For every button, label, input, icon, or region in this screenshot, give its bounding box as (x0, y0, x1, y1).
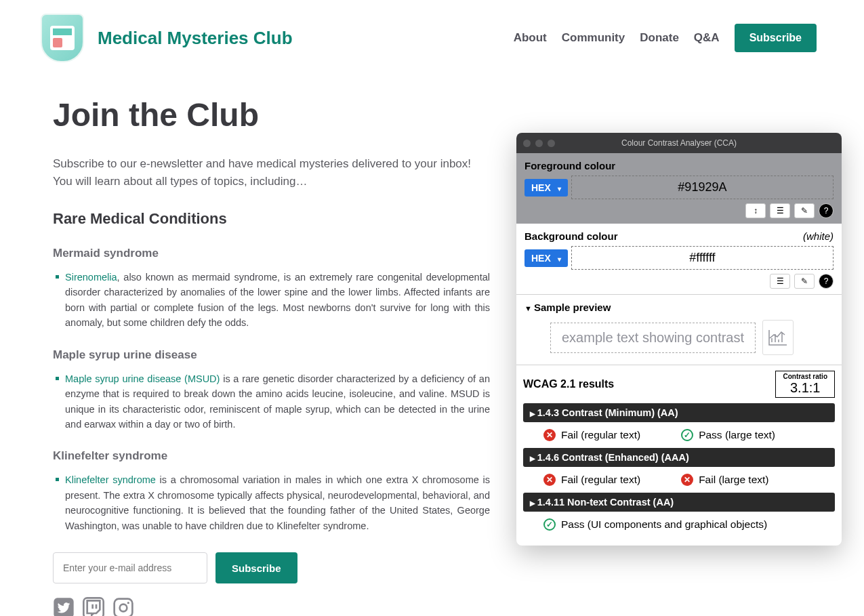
nav: About Community Donate Q&A Subscribe (514, 24, 817, 52)
results-section: WCAG 2.1 results Contrast ratio 3.1:1 1.… (516, 365, 842, 546)
cca-window-title: Colour Contrast Analyser (CCA) (516, 138, 842, 148)
foreground-section: Foreground colour HEX ↕ ☰ ✎ ? (516, 153, 842, 224)
eyedropper-icon[interactable]: ✎ (794, 274, 815, 289)
nav-donate[interactable]: Donate (640, 31, 679, 45)
result-text: Fail (regular text) (561, 474, 640, 486)
brand-name: Medical Mysteries Club (98, 28, 293, 49)
sliders-icon[interactable]: ☰ (770, 274, 790, 289)
twitter-icon[interactable] (53, 597, 75, 616)
preview-label[interactable]: Sample preview (524, 302, 834, 313)
condition-link[interactable]: Klinefelter syndrome (65, 474, 156, 485)
result-bar[interactable]: 1.4.6 Contrast (Enhanced) (AAA) (523, 448, 835, 467)
condition-link[interactable]: Maple syrup urine disease (MSUD) (65, 373, 220, 384)
brand: Medical Mysteries Club (41, 14, 293, 62)
result-text: Fail (regular text) (561, 429, 640, 441)
list-item: Sirenomelia, also known as mermaid syndr… (53, 270, 490, 331)
pass-icon: ✓ (681, 429, 693, 441)
swap-button[interactable]: ↕ (745, 203, 766, 218)
bg-color-input[interactable] (571, 246, 834, 270)
results-title: WCAG 2.1 results (523, 378, 614, 390)
header: Medical Mysteries Club About Community D… (0, 0, 864, 69)
nav-subscribe-button[interactable]: Subscribe (735, 24, 817, 52)
result-row: ✓Pass (UI components and graphical objec… (523, 516, 835, 537)
background-section: Background colour (white) HEX ☰ ✎ ? (516, 224, 842, 295)
help-icon[interactable]: ? (819, 274, 834, 289)
result-text: Fail (large text) (699, 474, 768, 486)
result-text: Pass (large text) (699, 429, 775, 441)
fg-color-input[interactable] (571, 176, 834, 199)
eyedropper-icon[interactable]: ✎ (794, 203, 815, 218)
foreground-label: Foreground colour (524, 160, 834, 171)
result-bar[interactable]: 1.4.3 Contrast (Minimum) (AA) (523, 403, 835, 422)
social-icons (53, 597, 495, 616)
condition-body: , also known as mermaid syndrome, is an … (65, 272, 490, 328)
background-label: Background colour (524, 230, 618, 242)
result-text: Pass (UI components and graphical object… (561, 518, 767, 531)
condition-list: Maple syrup urine disease (MSUD) is a ra… (53, 371, 495, 432)
condition-heading: Maple syrup urine disease (53, 348, 495, 362)
list-item: Maple syrup urine disease (MSUD) is a ra… (53, 371, 490, 432)
contrast-ratio-box: Contrast ratio 3.1:1 (775, 371, 835, 398)
pass-icon: ✓ (543, 518, 556, 531)
condition-heading: Mermaid syndrome (53, 247, 495, 260)
sliders-icon[interactable]: ☰ (770, 203, 790, 218)
cca-window: Colour Contrast Analyser (CCA) Foregroun… (516, 133, 842, 546)
list-item: Klinefelter syndrome is a chromosomal va… (53, 472, 490, 533)
svg-rect-2 (115, 599, 133, 616)
chart-icon[interactable] (762, 320, 794, 355)
fail-icon: ✕ (681, 474, 693, 486)
email-field[interactable] (53, 552, 207, 583)
svg-point-3 (120, 604, 127, 612)
background-name: (white) (803, 230, 834, 242)
fail-icon: ✕ (543, 474, 556, 486)
result-row: ✕Fail (regular text) ✓Pass (large text) (523, 426, 835, 448)
condition-link[interactable]: Sirenomelia (65, 272, 117, 283)
svg-point-4 (127, 602, 129, 604)
result-row: ✕Fail (regular text) ✕Fail (large text) (523, 471, 835, 493)
cca-titlebar[interactable]: Colour Contrast Analyser (CCA) (516, 133, 842, 153)
fg-format-select[interactable]: HEX (524, 179, 568, 197)
nav-qa[interactable]: Q&A (694, 31, 720, 45)
subscribe-row: Subscribe (53, 552, 495, 583)
section-heading: Rare Medical Conditions (53, 210, 495, 228)
bg-format-select[interactable]: HEX (524, 249, 568, 267)
help-icon[interactable]: ? (819, 203, 834, 218)
ratio-value: 3.1:1 (783, 380, 827, 396)
instagram-icon[interactable] (112, 597, 134, 616)
page-title: Join the Club (53, 96, 495, 134)
subscribe-button[interactable]: Subscribe (215, 552, 297, 583)
fail-icon: ✕ (543, 429, 556, 441)
condition-list: Sirenomelia, also known as mermaid syndr… (53, 270, 495, 331)
page-subtitle: Subscribe to our e-newsletter and have m… (53, 155, 473, 191)
result-bar[interactable]: 1.4.11 Non-text Contrast (AA) (523, 493, 835, 512)
condition-list: Klinefelter syndrome is a chromosomal va… (53, 472, 495, 533)
preview-section: Sample preview example text showing cont… (516, 295, 842, 365)
main: Join the Club Subscribe to our e-newslet… (0, 69, 495, 616)
twitch-icon[interactable] (83, 597, 104, 616)
condition-heading: Klinefelter syndrome (53, 449, 495, 463)
preview-text: example text showing contrast (550, 323, 756, 353)
nav-about[interactable]: About (514, 31, 547, 45)
nav-community[interactable]: Community (562, 31, 625, 45)
ratio-label: Contrast ratio (783, 373, 827, 380)
logo-icon (41, 14, 84, 62)
